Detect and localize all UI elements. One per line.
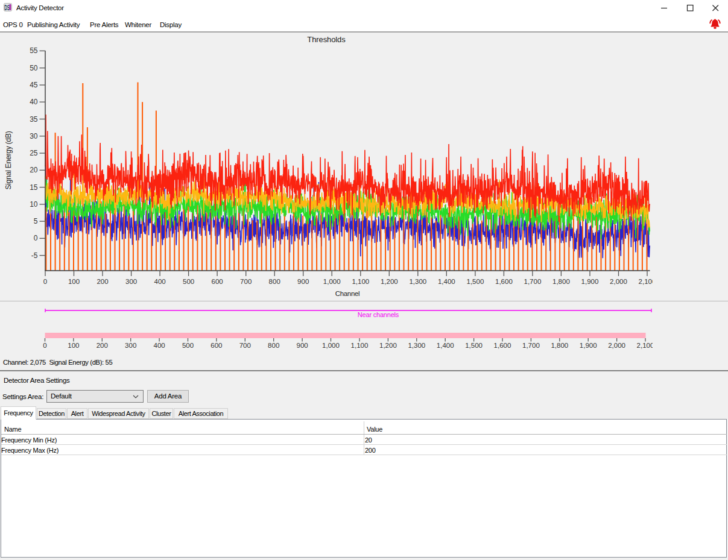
svg-text:25: 25 [30, 149, 38, 157]
svg-text:40: 40 [30, 98, 38, 106]
svg-text:10: 10 [30, 200, 38, 209]
svg-text:1,300: 1,300 [408, 342, 425, 349]
svg-text:0: 0 [43, 278, 47, 285]
svg-text:55: 55 [30, 46, 38, 55]
svg-text:600: 600 [210, 342, 222, 349]
svg-text:800: 800 [268, 342, 279, 349]
svg-text:1,800: 1,800 [551, 342, 568, 349]
svg-text:35: 35 [30, 115, 38, 124]
svg-text:900: 900 [297, 342, 308, 349]
svg-text:20: 20 [30, 166, 38, 174]
svg-text:1,200: 1,200 [381, 278, 398, 285]
svg-text:1,100: 1,100 [352, 278, 369, 285]
svg-text:Signal Energy (dB): Signal Energy (dB) [4, 131, 13, 189]
svg-text:300: 300 [125, 342, 136, 349]
svg-text:700: 700 [239, 342, 251, 349]
svg-text:Thresholds: Thresholds [307, 35, 346, 44]
svg-text:1,800: 1,800 [552, 278, 570, 285]
svg-text:100: 100 [68, 278, 80, 285]
svg-text:400: 400 [154, 342, 165, 349]
svg-text:800: 800 [269, 278, 280, 285]
svg-text:600: 600 [212, 278, 223, 285]
svg-text:5: 5 [34, 217, 38, 225]
svg-text:Channel: Channel [335, 290, 360, 297]
svg-text:2,000: 2,000 [610, 278, 627, 285]
svg-text:2,100: 2,100 [639, 278, 656, 285]
svg-text:100: 100 [68, 342, 79, 349]
svg-text:300: 300 [125, 278, 137, 285]
svg-text:2,000: 2,000 [608, 342, 625, 349]
svg-text:1,400: 1,400 [437, 342, 454, 349]
svg-text:-5: -5 [31, 251, 38, 260]
svg-text:400: 400 [154, 278, 166, 285]
svg-text:45: 45 [30, 81, 38, 89]
svg-text:1,600: 1,600 [494, 342, 511, 349]
svg-text:0: 0 [34, 234, 38, 242]
svg-text:700: 700 [240, 278, 252, 285]
svg-text:1,900: 1,900 [581, 278, 599, 285]
svg-text:0: 0 [43, 342, 46, 349]
svg-text:DS: DS [4, 4, 10, 11]
svg-text:1,000: 1,000 [323, 278, 341, 285]
svg-text:1,900: 1,900 [580, 342, 597, 349]
svg-text:200: 200 [97, 278, 108, 285]
svg-text:1,200: 1,200 [379, 342, 397, 349]
svg-text:50: 50 [30, 64, 38, 72]
svg-text:1,500: 1,500 [465, 342, 483, 349]
svg-text:1,400: 1,400 [438, 278, 455, 285]
svg-text:500: 500 [182, 342, 194, 349]
svg-text:1,300: 1,300 [409, 278, 426, 285]
svg-text:900: 900 [297, 278, 309, 285]
svg-text:1,000: 1,000 [322, 342, 340, 349]
svg-text:1,700: 1,700 [522, 342, 540, 349]
svg-text:1,100: 1,100 [351, 342, 369, 349]
svg-text:1,700: 1,700 [524, 278, 542, 285]
svg-text:30: 30 [30, 132, 38, 140]
svg-text:200: 200 [97, 342, 108, 349]
svg-text:1,600: 1,600 [495, 278, 513, 285]
svg-text:1,500: 1,500 [467, 278, 484, 285]
svg-text:500: 500 [183, 278, 194, 285]
svg-text:2,100: 2,100 [637, 342, 654, 349]
svg-text:15: 15 [30, 183, 38, 192]
svg-text:Near channels: Near channels [358, 311, 399, 318]
